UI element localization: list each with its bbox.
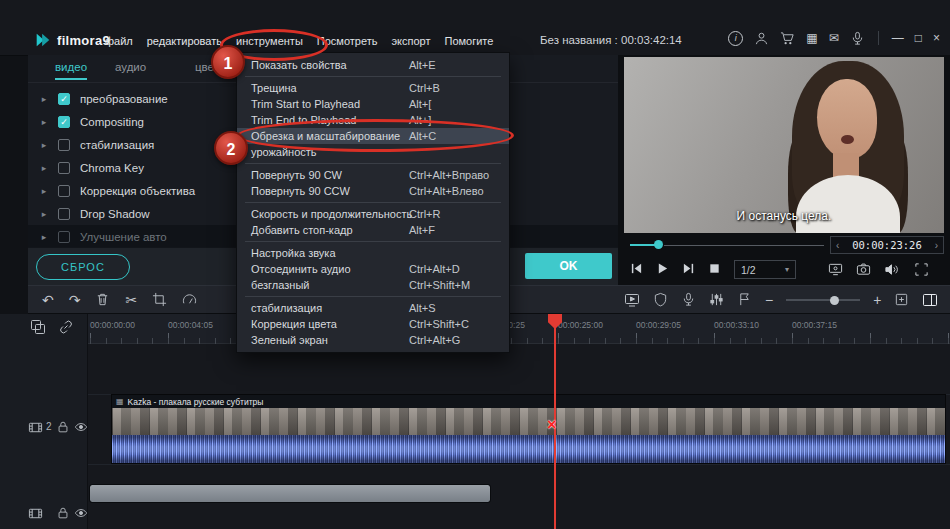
stop-button[interactable] — [708, 262, 721, 275]
next-frame-button[interactable] — [682, 262, 695, 275]
eye-visibility-icon[interactable] — [74, 506, 88, 520]
store-cart-icon[interactable] — [780, 31, 795, 46]
overlay-track-clip[interactable] — [90, 485, 490, 502]
clip-thumbnails[interactable] — [112, 408, 945, 435]
menu-file[interactable]: файл — [98, 35, 140, 47]
menu-tools[interactable]: инструменты — [229, 35, 310, 47]
lens-correction-checkbox[interactable] — [58, 185, 70, 197]
menu-item-trim-start-to-playhead[interactable]: Trim Start to PlayheadAlt+[ — [237, 96, 509, 112]
auto-enhance-checkbox[interactable] — [58, 231, 70, 243]
menu-edit[interactable]: редактировать — [140, 35, 229, 47]
split-scissors-icon[interactable]: ✂ — [125, 292, 137, 308]
zoom-fit-icon[interactable] — [894, 292, 909, 307]
video-clip[interactable]: ▦ Kazka - плакала русские субтитры — [112, 395, 945, 463]
menu-item-show-properties[interactable]: Показать свойстваAlt+E — [237, 57, 509, 73]
link-icon[interactable] — [58, 319, 74, 335]
menu-item-green-screen[interactable]: Зеленый экранCtrl+Alt+G — [237, 332, 509, 348]
ruler-timestamp: 00:00:37:15 — [792, 320, 837, 330]
fullscreen-icon[interactable] — [914, 262, 929, 277]
chevron-right-icon[interactable]: ▸ — [36, 94, 52, 104]
lock-track-icon[interactable] — [56, 506, 70, 520]
microphone-icon[interactable] — [850, 31, 865, 46]
menu-item-cut[interactable]: ТрещинаCtrl+B — [237, 80, 509, 96]
chroma-key-checkbox[interactable] — [58, 162, 70, 174]
zoom-out-icon[interactable]: − — [765, 292, 773, 308]
chevron-right-icon[interactable]: ▸ — [36, 163, 52, 173]
menu-item-color-correction[interactable]: Коррекция цветаCtrl+Shift+C — [237, 316, 509, 332]
record-voiceover-icon[interactable] — [681, 292, 696, 307]
maximize-button[interactable]: □ — [915, 30, 922, 46]
close-button[interactable]: × — [933, 30, 940, 46]
menu-item-audio-adjust[interactable]: Настройка звука — [237, 245, 509, 261]
lock-track-icon[interactable] — [56, 420, 70, 434]
menu-item-mute[interactable]: безглазныйCtrl+Shift+M — [237, 277, 509, 293]
volume-icon[interactable] — [884, 262, 899, 277]
titlebar-actions: i ▦ ✉ — □ × — [728, 30, 940, 46]
sidebar-item-compositing[interactable]: ▸ ✓ Compositing — [28, 110, 268, 133]
preview-scrubber[interactable]: ‹ 00:00:23:26 › — [618, 236, 950, 254]
menu-item-speed-duration[interactable]: Скорость и продолжительностьCtrl+R — [237, 206, 509, 222]
eye-visibility-icon[interactable] — [74, 420, 88, 434]
tab-video[interactable]: видео — [55, 61, 87, 73]
reset-button[interactable]: СБРОС — [36, 254, 130, 280]
zoom-in-icon[interactable]: + — [873, 292, 881, 308]
play-button[interactable] — [656, 262, 669, 275]
render-preview-icon[interactable] — [624, 292, 640, 308]
menu-item-crop[interactable]: урожайность — [237, 144, 509, 160]
audio-mixer-icon[interactable] — [709, 292, 724, 307]
clip-audio-waveform[interactable] — [112, 435, 945, 463]
chevron-right-icon[interactable]: ▸ — [36, 117, 52, 127]
chevron-right-icon[interactable]: ▸ — [36, 209, 52, 219]
menu-item-rotate-90-ccw[interactable]: Повернуть 90 CCWCtrl+Alt+Влево — [237, 183, 509, 199]
drop-shadow-checkbox[interactable] — [58, 208, 70, 220]
snapshot-camera-icon[interactable] — [856, 262, 871, 277]
panel-layout-icon[interactable] — [922, 292, 938, 308]
sidebar-item-transform[interactable]: ▸ ✓ преобразование — [28, 87, 268, 110]
zoom-slider-handle[interactable] — [830, 296, 839, 305]
sidebar-item-drop-shadow[interactable]: ▸ Drop Shadow — [28, 202, 268, 225]
menu-help[interactable]: Помогите — [438, 35, 501, 47]
menu-item-crop-and-zoom[interactable]: Обрезка и масштабированиеAlt+C — [237, 128, 509, 144]
menu-item-add-freeze-frame[interactable]: Добавить стоп-кадрAlt+F — [237, 222, 509, 238]
mask-shield-icon[interactable] — [653, 292, 668, 307]
mail-icon[interactable]: ✉ — [829, 30, 839, 46]
chevron-right-icon[interactable]: ▸ — [36, 232, 52, 242]
info-icon[interactable]: i — [728, 31, 743, 46]
stabilization-checkbox[interactable] — [58, 139, 70, 151]
timecode-prev-icon[interactable]: ‹ — [836, 240, 839, 251]
menu-item-stabilization[interactable]: стабилизацияAlt+S — [237, 300, 509, 316]
ok-button[interactable]: OK — [525, 253, 612, 279]
previous-frame-button[interactable] — [630, 262, 643, 275]
speed-dial-icon[interactable] — [182, 292, 197, 307]
scrubber-handle[interactable] — [654, 240, 663, 249]
transform-checkbox[interactable]: ✓ — [58, 93, 70, 105]
menu-view[interactable]: Посмотреть — [310, 35, 385, 47]
preview-page-select[interactable]: 1/2 ▾ — [734, 260, 796, 279]
redo-icon[interactable]: ↷ — [69, 292, 81, 308]
timecode-next-icon[interactable]: › — [935, 240, 938, 251]
menu-item-rotate-90-cw[interactable]: Повернуть 90 CWCtrl+Alt+Вправо — [237, 167, 509, 183]
media-manager-icon[interactable] — [30, 319, 46, 335]
menu-export[interactable]: экспорт — [384, 35, 437, 47]
chevron-right-icon[interactable]: ▸ — [36, 186, 52, 196]
tab-audio[interactable]: аудио — [115, 61, 146, 73]
menu-item-trim-end-to-playhead[interactable]: Trim End to PlayheadAlt+] — [237, 112, 509, 128]
account-icon[interactable] — [754, 31, 769, 46]
menu-item-detach-audio[interactable]: Отсоединить аудиоCtrl+Alt+D — [237, 261, 509, 277]
scrubber-track[interactable] — [664, 245, 824, 246]
layout-icon[interactable]: ▦ — [806, 30, 817, 46]
split-marker-icon[interactable]: × — [547, 416, 556, 434]
delete-icon[interactable] — [95, 292, 110, 307]
tools-dropdown-menu: Показать свойстваAlt+E ТрещинаCtrl+B Tri… — [236, 52, 510, 353]
minimize-button[interactable]: — — [892, 30, 904, 46]
timeline-zoom-slider[interactable] — [786, 293, 860, 307]
marker-icon[interactable] — [737, 292, 752, 307]
screen-capture-icon[interactable] — [828, 262, 843, 277]
compositing-checkbox[interactable]: ✓ — [58, 116, 70, 128]
sidebar-item-lens-correction[interactable]: ▸ Коррекция объектива — [28, 179, 268, 202]
crop-icon[interactable] — [152, 292, 167, 307]
timecode-box: ‹ 00:00:23:26 › — [830, 236, 944, 254]
titlebar-divider — [878, 31, 879, 45]
undo-icon[interactable]: ↶ — [42, 292, 54, 308]
chevron-right-icon[interactable]: ▸ — [36, 140, 52, 150]
